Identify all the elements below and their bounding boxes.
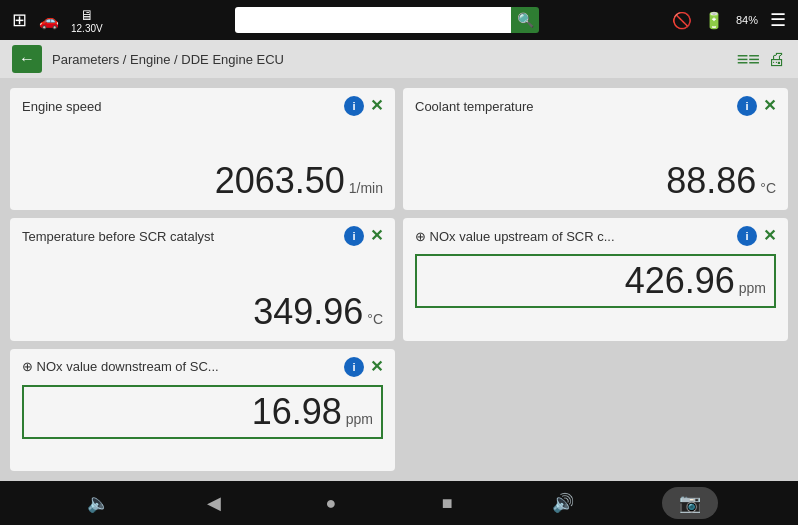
param-card-nox-downstream: ⊕ NOx value downstream of SC... i ✕ 16.9… [10,349,395,471]
car-icon: 🚗 [39,11,59,30]
menu-icon[interactable]: ☰ [770,9,786,31]
back-nav-button[interactable]: ◀ [196,485,232,521]
battery-icon: 🔋 [704,11,724,30]
status-bar-right: 🚫 🔋 84% ☰ [672,9,786,31]
main-content: Engine speed i ✕ 2063.50 1/min Coolant t… [0,78,798,481]
info-button-temp-scr[interactable]: i [344,226,364,246]
info-button-engine-speed[interactable]: i [344,96,364,116]
param-title-nox-downstream: ⊕ NOx value downstream of SC... [22,359,344,374]
param-unit-nox-upstream: ppm [739,280,766,296]
stop-button[interactable]: ■ [429,485,465,521]
home-button[interactable]: ● [313,485,349,521]
ecu-icon: 🖥 [80,7,94,23]
search-button[interactable]: 🔍 [511,7,539,33]
param-title-nox-upstream: ⊕ NOx value upstream of SCR c... [415,229,737,244]
search-input[interactable] [235,7,515,33]
print-button[interactable]: 🖨 [768,49,786,70]
nav-bar: ← Parameters / Engine / DDE Engine ECU ≡… [0,40,798,78]
bottom-nav: 🔈 ◀ ● ■ 🔊 📷 [0,481,798,525]
volume-down-button[interactable]: 🔈 [80,485,116,521]
param-header-engine-speed: Engine speed i ✕ [22,96,383,116]
param-actions-nox-downstream: i ✕ [344,357,383,377]
status-bar: ⊞ 🚗 🖥 12.30V 🔍 🚫 🔋 84% ☰ [0,0,798,40]
nav-actions: ≡≡ 🖨 [737,48,786,71]
param-header-nox-upstream: ⊕ NOx value upstream of SCR c... i ✕ [415,226,776,246]
status-bar-center: 🔍 [103,7,672,33]
voltage-label: 12.30V [71,23,103,34]
no-signal-icon: 🚫 [672,11,692,30]
param-value-container-coolant-temp: 88.86 °C [415,152,776,202]
battery-percent: 84% [736,14,758,26]
close-button-coolant-temp[interactable]: ✕ [763,98,776,114]
param-value-container-temp-scr: 349.96 °C [22,283,383,333]
info-button-nox-upstream[interactable]: i [737,226,757,246]
param-value-nox-downstream: 16.98 [252,391,342,433]
param-actions-coolant-temp: i ✕ [737,96,776,116]
volume-up-button[interactable]: 🔊 [545,485,581,521]
param-card-engine-speed: Engine speed i ✕ 2063.50 1/min [10,88,395,210]
close-button-temp-scr[interactable]: ✕ [370,228,383,244]
param-value-container-nox-downstream: 16.98 ppm [22,385,383,439]
param-unit-coolant-temp: °C [760,180,776,196]
grid-icon: ⊞ [12,9,27,31]
param-actions-engine-speed: i ✕ [344,96,383,116]
param-unit-engine-speed: 1/min [349,180,383,196]
status-bar-left: ⊞ 🚗 🖥 12.30V [12,7,103,34]
breadcrumb: Parameters / Engine / DDE Engine ECU [52,52,727,67]
param-card-nox-upstream: ⊕ NOx value upstream of SCR c... i ✕ 426… [403,218,788,340]
param-actions-nox-upstream: i ✕ [737,226,776,246]
close-button-nox-downstream[interactable]: ✕ [370,359,383,375]
param-value-container-nox-upstream: 426.96 ppm [415,254,776,308]
param-title-temp-scr: Temperature before SCR catalyst [22,229,344,244]
grid-view-button[interactable]: ≡≡ [737,48,760,71]
param-header-temp-scr: Temperature before SCR catalyst i ✕ [22,226,383,246]
param-card-coolant-temp: Coolant temperature i ✕ 88.86 °C [403,88,788,210]
param-value-coolant-temp: 88.86 [666,160,756,202]
param-actions-temp-scr: i ✕ [344,226,383,246]
info-button-nox-downstream[interactable]: i [344,357,364,377]
param-unit-nox-downstream: ppm [346,411,373,427]
close-button-engine-speed[interactable]: ✕ [370,98,383,114]
ecu-icon-group: 🖥 12.30V [71,7,103,34]
camera-button[interactable]: 📷 [662,487,718,519]
param-header-coolant-temp: Coolant temperature i ✕ [415,96,776,116]
param-value-container-engine-speed: 2063.50 1/min [22,152,383,202]
param-unit-temp-scr: °C [367,311,383,327]
param-card-temp-scr: Temperature before SCR catalyst i ✕ 349.… [10,218,395,340]
param-title-coolant-temp: Coolant temperature [415,99,737,114]
search-wrapper: 🔍 [235,7,539,33]
close-button-nox-upstream[interactable]: ✕ [763,228,776,244]
back-button[interactable]: ← [12,45,42,73]
param-value-nox-upstream: 426.96 [625,260,735,302]
empty-cell [403,349,788,471]
param-value-temp-scr: 349.96 [253,291,363,333]
info-button-coolant-temp[interactable]: i [737,96,757,116]
param-value-engine-speed: 2063.50 [215,160,345,202]
param-title-engine-speed: Engine speed [22,99,344,114]
param-header-nox-downstream: ⊕ NOx value downstream of SC... i ✕ [22,357,383,377]
